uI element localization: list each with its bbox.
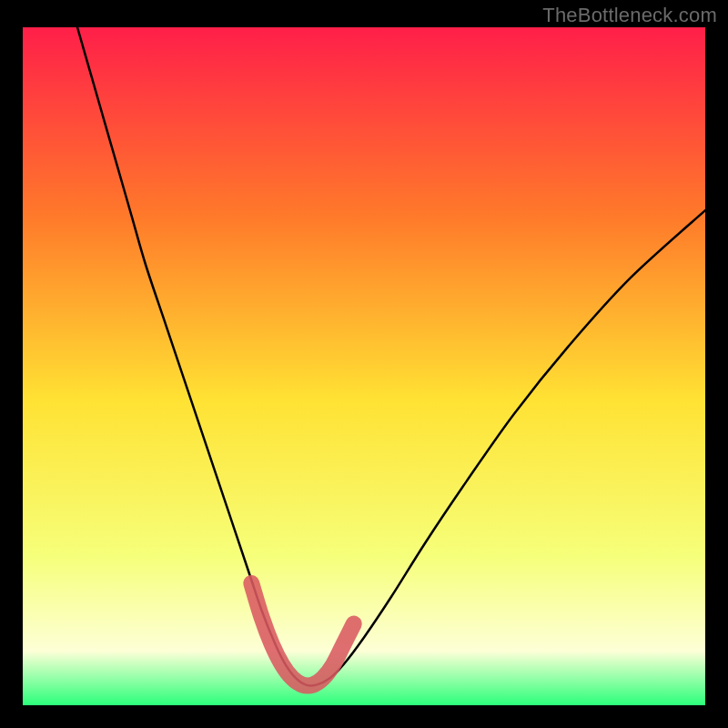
chart-plot-area [23, 27, 705, 705]
chart-svg [23, 27, 705, 705]
attribution-text: TheBottleneck.com [542, 4, 717, 27]
gradient-background [23, 27, 705, 705]
chart-frame: TheBottleneck.com [0, 0, 728, 728]
